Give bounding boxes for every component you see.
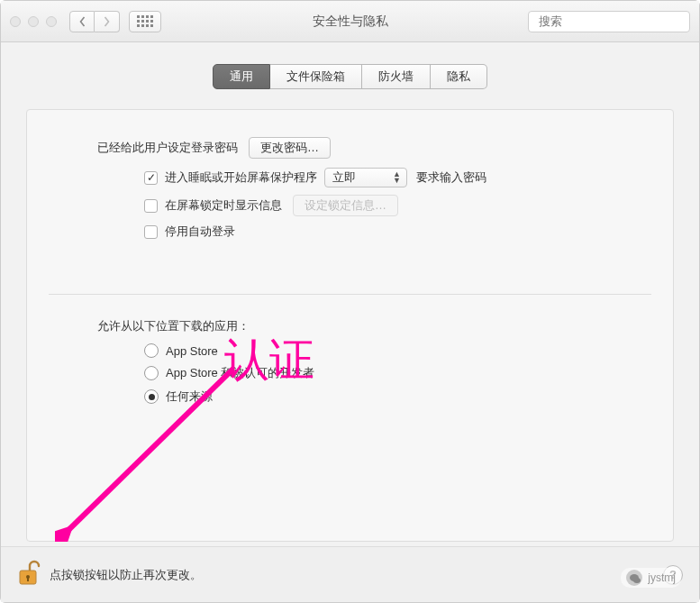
tab-firewall[interactable]: 防火墙 xyxy=(362,64,431,89)
radio-appstore-label: App Store xyxy=(166,344,218,358)
tab-general[interactable]: 通用 xyxy=(213,64,270,89)
radio-appstore[interactable] xyxy=(144,343,159,358)
downloads-section: 允许从以下位置下载的应用： App Store App Store 和被认可的开… xyxy=(27,318,673,405)
section-divider xyxy=(49,294,651,295)
close-button[interactable] xyxy=(10,16,21,27)
system-preferences-window: 安全性与隐私 通用 文件保险箱 防火墙 隐私 已经给此用户设定登录密码 更改密码… xyxy=(0,0,700,603)
content-area: 通用 文件保险箱 防火墙 隐私 已经给此用户设定登录密码 更改密码… 进入睡眠或… xyxy=(1,64,699,542)
forward-button[interactable] xyxy=(95,11,120,32)
lock-icon[interactable] xyxy=(17,560,41,589)
svg-rect-5 xyxy=(27,577,29,581)
password-section: 已经给此用户设定登录密码 更改密码… 进入睡眠或开始屏幕保护程序 立即 ▲▼ 要… xyxy=(27,137,673,240)
zoom-button[interactable] xyxy=(46,16,57,27)
disable-autologin-checkbox[interactable] xyxy=(144,225,158,239)
watermark-text: jystmj xyxy=(648,571,676,584)
back-button[interactable] xyxy=(69,11,95,32)
radio-anywhere[interactable] xyxy=(144,389,159,404)
radio-anywhere-label: 任何来源 xyxy=(166,388,213,405)
require-password-checkbox[interactable] xyxy=(144,171,158,185)
show-all-button[interactable] xyxy=(129,11,161,32)
watermark: jystmj xyxy=(621,568,681,588)
set-lock-message-button[interactable]: 设定锁定信息… xyxy=(293,195,398,216)
nav-buttons xyxy=(69,11,120,32)
wechat-icon xyxy=(626,570,642,586)
search-field[interactable] xyxy=(528,11,690,32)
grid-icon xyxy=(137,15,153,27)
radio-identified-developers-label: App Store 和被认可的开发者 xyxy=(166,365,314,381)
search-input[interactable] xyxy=(539,14,690,28)
tab-privacy[interactable]: 隐私 xyxy=(431,64,487,89)
disable-autologin-label: 停用自动登录 xyxy=(165,224,235,240)
minimize-button[interactable] xyxy=(28,16,39,27)
password-set-label: 已经给此用户设定登录密码 xyxy=(97,140,238,156)
lock-description: 点按锁按钮以防止再次更改。 xyxy=(50,567,202,583)
chevron-updown-icon: ▲▼ xyxy=(393,171,401,184)
titlebar: 安全性与隐私 xyxy=(1,1,699,42)
footer-bar: 点按锁按钮以防止再次更改。 ? xyxy=(1,546,699,602)
tab-filevault[interactable]: 文件保险箱 xyxy=(270,64,362,89)
show-lock-message-label: 在屏幕锁定时显示信息 xyxy=(165,197,282,214)
select-value: 立即 xyxy=(332,169,356,186)
require-password-prefix: 进入睡眠或开始屏幕保护程序 xyxy=(165,169,317,186)
require-password-suffix: 要求输入密码 xyxy=(416,169,486,186)
radio-identified-developers[interactable] xyxy=(144,366,159,380)
change-password-button[interactable]: 更改密码… xyxy=(249,137,331,159)
tab-bar: 通用 文件保险箱 防火墙 隐私 xyxy=(1,64,699,89)
window-controls xyxy=(10,16,57,27)
require-password-delay-select[interactable]: 立即 ▲▼ xyxy=(324,168,407,187)
downloads-title: 允许从以下位置下载的应用： xyxy=(97,318,250,334)
show-lock-message-checkbox[interactable] xyxy=(144,199,158,213)
general-pane: 已经给此用户设定登录密码 更改密码… 进入睡眠或开始屏幕保护程序 立即 ▲▼ 要… xyxy=(26,109,674,542)
